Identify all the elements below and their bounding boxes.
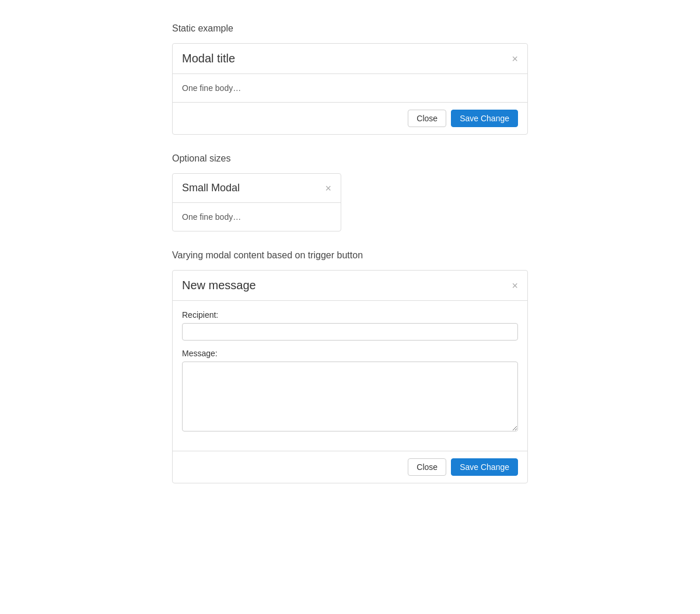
section-title-sizes: Optional sizes [172, 153, 528, 164]
recipient-label: Recipient: [182, 310, 518, 320]
recipient-form-group: Recipient: [182, 310, 518, 341]
modal-static-save-button[interactable]: Save Change [451, 110, 518, 127]
modal-static-close-footer-button[interactable]: Close [408, 110, 446, 127]
modal-small-close-button[interactable]: × [325, 183, 331, 194]
modal-new-message-close-button[interactable]: × [512, 280, 518, 291]
message-label: Message: [182, 349, 518, 358]
section-title-varying: Varying modal content based on trigger b… [172, 250, 528, 261]
modal-static: Modal title × One fine body… Close Save … [172, 43, 528, 135]
modal-new-message-body: Recipient: Message: [173, 301, 527, 451]
modal-new-message-title: New message [182, 279, 256, 292]
modal-new-message: New message × Recipient: Message: Close … [172, 270, 528, 483]
modal-small-header: Small Modal × [173, 174, 341, 203]
section-static-example: Static example Modal title × One fine bo… [172, 23, 528, 135]
message-form-group: Message: [182, 349, 518, 433]
recipient-input[interactable] [182, 323, 518, 341]
modal-static-title: Modal title [182, 52, 235, 65]
message-textarea[interactable] [182, 362, 518, 431]
modal-static-header: Modal title × [173, 44, 527, 74]
modal-static-body-text: One fine body… [182, 83, 241, 93]
modal-static-footer: Close Save Change [173, 103, 527, 134]
section-title-static: Static example [172, 23, 528, 34]
modal-new-message-save-button[interactable]: Save Change [451, 458, 518, 476]
modal-small-body: One fine body… [173, 203, 341, 231]
modal-new-message-close-footer-button[interactable]: Close [408, 458, 446, 476]
section-varying-content: Varying modal content based on trigger b… [172, 250, 528, 483]
modal-small: Small Modal × One fine body… [172, 173, 341, 231]
modal-small-title: Small Modal [182, 182, 240, 194]
modal-static-body: One fine body… [173, 74, 527, 103]
modal-static-close-button[interactable]: × [512, 54, 518, 64]
page-container: Static example Modal title × One fine bo… [0, 0, 700, 525]
modal-small-body-text: One fine body… [182, 212, 241, 222]
modal-new-message-header: New message × [173, 271, 527, 301]
modal-new-message-footer: Close Save Change [173, 451, 527, 483]
section-optional-sizes: Optional sizes Small Modal × One fine bo… [172, 153, 528, 231]
